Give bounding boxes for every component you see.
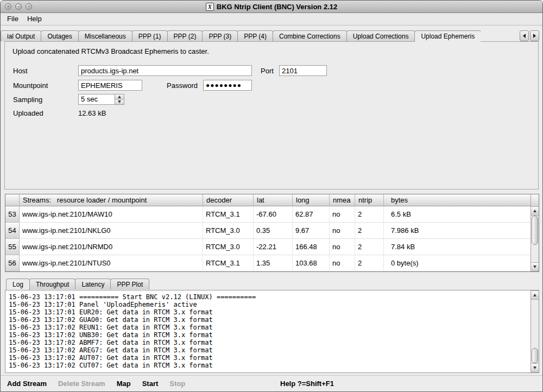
log-line: 15-06-23 13:17:01 EUR20: Get data in RTC… bbox=[9, 308, 529, 316]
spinbox-up-icon bbox=[118, 96, 121, 98]
tab-latency[interactable]: Latency bbox=[75, 279, 111, 289]
log-line: 15-06-23 13:17:02 UNB30: Get data in RTC… bbox=[9, 331, 529, 339]
cell: RTCM_3.0 bbox=[203, 223, 254, 239]
log-line: 15-06-23 13:17:02 GUAO0: Get data in RTC… bbox=[9, 316, 529, 324]
tab-log[interactable]: Log bbox=[6, 279, 30, 290]
host-input[interactable] bbox=[78, 65, 252, 76]
tab-throughput[interactable]: Throughput bbox=[29, 279, 75, 289]
mountpoint-input[interactable] bbox=[78, 80, 142, 91]
cell: 1.35 bbox=[254, 255, 293, 271]
tab-scroll-buttons bbox=[519, 30, 539, 41]
row-number: 53 bbox=[5, 206, 20, 223]
log-scrollbar[interactable] bbox=[531, 290, 539, 372]
start-button[interactable]: Start bbox=[142, 380, 159, 388]
log-line: 15-06-23 13:17:02 CUT07: Get data in RTC… bbox=[9, 362, 529, 369]
cell: -22.21 bbox=[254, 239, 293, 255]
menu-help[interactable]: Help bbox=[23, 13, 46, 25]
tab-ppp-3[interactable]: PPP (3) bbox=[202, 30, 238, 41]
uploaded-value: 12.63 kB bbox=[78, 109, 106, 117]
window-controls: × − + bbox=[5, 3, 32, 10]
x11-app-icon: X bbox=[206, 3, 214, 11]
delete-stream-button: Delete Stream bbox=[58, 380, 105, 388]
tab-combine-corrections[interactable]: Combine Corrections bbox=[273, 30, 347, 41]
top-tab-row: ial OutputOutagesMiscellaneousPPP (1)PPP… bbox=[1, 30, 543, 42]
password-input[interactable] bbox=[203, 80, 252, 91]
table-row[interactable]: 55www.igs-ip.net:2101/NRMD0RTCM_3.0-22.2… bbox=[5, 239, 539, 255]
column-header[interactable]: bytes bbox=[384, 194, 539, 206]
streams-scrollbar[interactable] bbox=[531, 194, 539, 271]
cell: 7.986 kB bbox=[384, 223, 539, 239]
log-line: 15-06-23 13:17:02 AUT07: Get data in RTC… bbox=[9, 354, 529, 362]
cell: 2 bbox=[355, 206, 384, 223]
mountpoint-label: Mountpoint bbox=[13, 81, 48, 90]
streams-table-header: Streams: resource loader / mountpointdec… bbox=[5, 194, 539, 206]
status-actions: Add StreamDelete StreamMapStartStop bbox=[7, 380, 197, 388]
tab-ppp-plot[interactable]: PPP Plot bbox=[110, 279, 149, 289]
tab-ppp-1[interactable]: PPP (1) bbox=[132, 30, 168, 41]
tab-ial-output[interactable]: ial Output bbox=[1, 30, 41, 41]
tab-miscellaneous[interactable]: Miscellaneous bbox=[78, 30, 132, 41]
column-header[interactable]: Streams: resource loader / mountpoint bbox=[20, 194, 203, 206]
log-line: 15-06-23 13:17:02 AREG7: Get data in RTC… bbox=[9, 346, 529, 354]
close-icon[interactable]: × bbox=[5, 3, 11, 10]
spinbox-up-button[interactable] bbox=[115, 94, 124, 100]
cell: 2 bbox=[355, 255, 384, 271]
cell: 0.35 bbox=[254, 223, 293, 239]
map-button[interactable]: Map bbox=[117, 380, 131, 388]
cell: www.igs-ip.net:2101/NRMD0 bbox=[20, 239, 203, 255]
column-header[interactable]: decoder bbox=[203, 194, 254, 206]
log-line: 15-06-23 13:17:02 ABMF7: Get data in RTC… bbox=[9, 339, 529, 346]
sampling-spinbox[interactable]: 5 sec bbox=[78, 94, 124, 105]
cell: 7.84 kB bbox=[384, 239, 539, 255]
scroll-down-icon bbox=[533, 366, 536, 369]
tab-scroll-right-button[interactable] bbox=[530, 30, 539, 41]
scroll-down-icon bbox=[533, 265, 536, 268]
tab-upload-corrections[interactable]: Upload Corrections bbox=[346, 30, 415, 41]
streams-table: Streams: resource loader / mountpointdec… bbox=[5, 194, 539, 272]
tab-outages[interactable]: Outages bbox=[41, 30, 78, 41]
cell: 6.5 kB bbox=[384, 206, 539, 223]
menu-file[interactable]: File bbox=[3, 13, 23, 25]
column-header[interactable]: nmea bbox=[330, 194, 355, 206]
port-input[interactable] bbox=[279, 65, 327, 76]
cell: no bbox=[330, 255, 355, 271]
column-header[interactable]: long bbox=[293, 194, 330, 206]
scroll-up-icon bbox=[533, 210, 536, 212]
sampling-value: 5 sec bbox=[79, 94, 115, 104]
cell: 2 bbox=[355, 239, 384, 255]
tab-upload-ephemeris[interactable]: Upload Ephemeris bbox=[414, 30, 481, 42]
uploaded-label: Uploaded bbox=[13, 109, 43, 118]
log-line: 15-06-23 13:17:01 ========== Start BNC v… bbox=[9, 293, 529, 301]
column-header[interactable]: lat bbox=[254, 194, 293, 206]
minimize-icon[interactable]: − bbox=[15, 3, 22, 10]
log-scrollbar-thumb[interactable] bbox=[532, 348, 538, 363]
tab-ppp-2[interactable]: PPP (2) bbox=[167, 30, 203, 41]
zoom-icon[interactable]: + bbox=[26, 3, 32, 10]
cell: RTCM_3.1 bbox=[203, 206, 254, 223]
spinbox-down-button[interactable] bbox=[115, 100, 124, 105]
cell: 2 bbox=[355, 223, 384, 239]
scrollbar-corner bbox=[531, 194, 539, 207]
table-row[interactable]: 56www.igs-ip.net:2101/NTUS0RTCM_3.11.351… bbox=[5, 255, 539, 271]
cell: RTCM_3.0 bbox=[203, 239, 254, 255]
tab-ppp-4[interactable]: PPP (4) bbox=[237, 30, 273, 41]
cell: RTCM_3.1 bbox=[203, 255, 254, 271]
cell: 166.48 bbox=[293, 239, 330, 255]
app-window: × − + X BKG Ntrip Client (BNC) Version 2… bbox=[0, 0, 543, 392]
table-row[interactable]: 54www.igs-ip.net:2101/NKLG0RTCM_3.00.359… bbox=[5, 223, 539, 239]
cell: 9.67 bbox=[293, 223, 330, 239]
log-pane: 15-06-23 13:17:01 ========== Start BNC v… bbox=[5, 290, 539, 373]
log-scroll-down-button[interactable] bbox=[531, 363, 539, 372]
panel-description: Upload concatenated RTCMv3 Broadcast Eph… bbox=[12, 47, 209, 55]
scroll-up-button[interactable] bbox=[531, 206, 539, 216]
sampling-label: Sampling bbox=[13, 96, 42, 104]
scrollbar-thumb[interactable] bbox=[532, 216, 538, 245]
tab-scroll-left-icon bbox=[523, 34, 526, 38]
log-scroll-up-button[interactable] bbox=[531, 290, 539, 300]
table-row[interactable]: 53www.igs-ip.net:2101/MAW10RTCM_3.1-67.6… bbox=[5, 206, 539, 223]
scroll-down-button[interactable] bbox=[531, 262, 539, 271]
tab-scroll-left-button[interactable] bbox=[520, 30, 529, 41]
row-number: 56 bbox=[5, 255, 20, 271]
column-header[interactable]: ntrip bbox=[355, 194, 384, 206]
add-stream-button[interactable]: Add Stream bbox=[7, 380, 47, 388]
